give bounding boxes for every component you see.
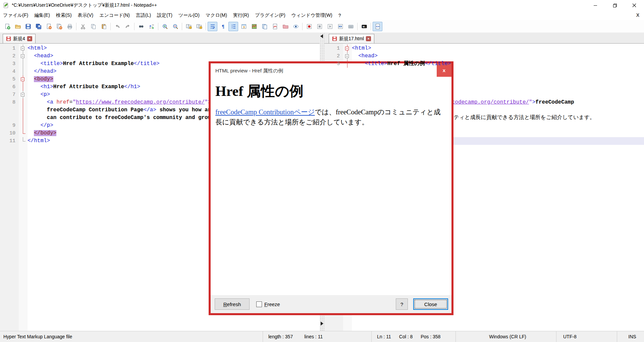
- menu-macro[interactable]: マクロ(M): [203, 11, 230, 20]
- cut-button[interactable]: [78, 22, 88, 31]
- code-text[interactable]: <head>: [28, 52, 320, 60]
- freeze-checkbox[interactable]: [256, 301, 262, 307]
- macro-run-multiple-button[interactable]: [335, 22, 345, 31]
- fold-marker[interactable]: [343, 60, 352, 68]
- fold-marker[interactable]: [343, 45, 352, 52]
- menu-help[interactable]: ?: [335, 11, 344, 19]
- freeze-checkbox-group: Freeze: [256, 301, 280, 307]
- menu-plugins[interactable]: プラグイン(P): [252, 11, 288, 20]
- tab-shinki17[interactable]: 新規17.html×: [329, 34, 374, 43]
- replace-button[interactable]: ab: [147, 22, 156, 31]
- fold-marker[interactable]: [19, 122, 28, 129]
- menu-run[interactable]: 実行(R): [230, 11, 252, 20]
- preview-link[interactable]: freeCodeCamp Contributionページ: [215, 108, 315, 116]
- word-wrap-button[interactable]: [208, 22, 217, 31]
- close-doc-button[interactable]: [44, 22, 54, 31]
- fold-marker[interactable]: [19, 137, 28, 145]
- code-line[interactable]: 3 <title>Href 属性の例</title>: [324, 60, 644, 68]
- menu-tools[interactable]: ツール(O): [175, 11, 203, 20]
- splitter-arrow-right-icon[interactable]: [321, 322, 323, 326]
- cut-icon: [80, 23, 86, 30]
- save-all-button[interactable]: [34, 22, 43, 31]
- macro-playback-button[interactable]: [325, 22, 335, 31]
- tab-shinki4[interactable]: 新規4×: [3, 34, 36, 43]
- macro-save-button[interactable]: [346, 22, 356, 31]
- code-line[interactable]: 1<html>: [324, 45, 644, 52]
- fold-marker[interactable]: [343, 52, 352, 60]
- fold-marker[interactable]: [19, 99, 28, 106]
- menu-edit[interactable]: 編集(E): [31, 11, 53, 20]
- undo-button[interactable]: [112, 22, 122, 31]
- show-indent-guide-button[interactable]: [228, 22, 238, 31]
- redo-button[interactable]: [123, 22, 132, 31]
- show-all-characters-button[interactable]: ¶: [218, 22, 228, 31]
- unsaved-floppy-icon: [6, 36, 11, 41]
- minimize-button[interactable]: [586, 0, 605, 11]
- fold-marker[interactable]: [19, 106, 28, 114]
- splitter-arrow-left-icon[interactable]: [320, 34, 323, 38]
- restore-button[interactable]: [605, 0, 625, 11]
- code-text[interactable]: <html>: [28, 45, 320, 52]
- copy-button[interactable]: [89, 22, 98, 31]
- view-file-button[interactable]: [291, 22, 301, 31]
- file-monitoring-button[interactable]: [270, 22, 280, 31]
- fold-marker[interactable]: [19, 83, 28, 91]
- code-text[interactable]: <title>Href 属性の例</title>: [352, 60, 644, 68]
- folder-as-workspace-button[interactable]: [280, 22, 290, 31]
- fold-marker[interactable]: [19, 45, 28, 52]
- menu-window[interactable]: ウィンドウ管理(W): [288, 11, 335, 20]
- menu-view[interactable]: 表示(V): [75, 11, 97, 20]
- refresh-button[interactable]: Refresh: [215, 298, 250, 310]
- menu-settings[interactable]: 設定(T): [154, 11, 175, 20]
- code-text[interactable]: <html>: [352, 45, 644, 52]
- menu-language[interactable]: 言語(L): [133, 11, 154, 20]
- macro-playback-icon: [327, 23, 333, 30]
- new-file-button[interactable]: [2, 22, 12, 31]
- code-line[interactable]: 2 <head>: [0, 52, 320, 60]
- macro-record-button[interactable]: [304, 22, 314, 31]
- zoom-in-button[interactable]: [160, 22, 170, 31]
- open-folder-button[interactable]: [13, 22, 22, 31]
- markdown-viewer-button[interactable]: M↓: [359, 22, 369, 31]
- paste-button[interactable]: [99, 22, 109, 31]
- fold-marker[interactable]: [19, 75, 28, 83]
- macro-save-icon: [348, 23, 354, 30]
- menubar-close-button[interactable]: X: [634, 12, 641, 18]
- save-button[interactable]: [23, 22, 33, 31]
- line-number: 10: [0, 129, 19, 137]
- sync-horizontal-scroll-button[interactable]: [194, 22, 204, 31]
- line-number: 1: [0, 45, 19, 52]
- sync-vertical-scroll-button[interactable]: [184, 22, 194, 31]
- dialog-close-action-button[interactable]: Close: [413, 298, 448, 310]
- tab-label: 新規17.html: [339, 36, 364, 42]
- print-button[interactable]: [65, 22, 74, 31]
- fold-marker[interactable]: [19, 68, 28, 75]
- code-line[interactable]: 2 <head>: [324, 52, 644, 60]
- fold-marker[interactable]: [19, 60, 28, 68]
- toolbar-separator: [134, 23, 135, 30]
- help-button[interactable]: ?: [396, 298, 408, 310]
- close-button[interactable]: [625, 0, 644, 11]
- fold-marker[interactable]: [19, 91, 28, 99]
- code-text[interactable]: <head>: [352, 52, 644, 60]
- tab-close-button[interactable]: ×: [366, 36, 371, 41]
- html-preview-button[interactable]: <>: [373, 22, 382, 31]
- fold-marker[interactable]: [19, 114, 28, 122]
- fold-marker[interactable]: [19, 129, 28, 137]
- zoom-out-button[interactable]: [170, 22, 180, 31]
- document-switcher-button[interactable]: [260, 22, 269, 31]
- fold-marker[interactable]: [19, 52, 28, 60]
- tab-close-button[interactable]: ×: [27, 36, 32, 41]
- code-line[interactable]: 1<html>: [0, 45, 320, 52]
- preview-heading: Href 属性の例: [215, 83, 451, 99]
- toolbar-separator: [206, 23, 206, 30]
- find-button[interactable]: [136, 22, 146, 31]
- menu-search[interactable]: 検索(S): [53, 11, 75, 20]
- close-all-docs-button[interactable]: [54, 22, 64, 31]
- function-list-button[interactable]: [239, 22, 249, 31]
- line-number: [0, 114, 19, 122]
- macro-stop-button[interactable]: [315, 22, 324, 31]
- document-map-button[interactable]: [249, 22, 259, 31]
- menu-encoding[interactable]: エンコード(N): [96, 11, 133, 20]
- menu-file[interactable]: ファイル(F): [0, 11, 31, 20]
